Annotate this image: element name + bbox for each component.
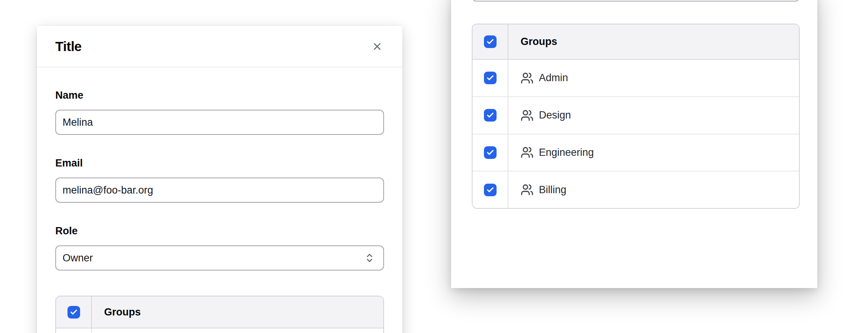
row-checkbox-cell — [473, 60, 508, 96]
check-icon — [486, 38, 494, 46]
row-checkbox-cell — [473, 97, 508, 134]
modal-header: Title — [37, 26, 402, 67]
clipped-field-edge — [472, 0, 800, 2]
groups-header-label: Groups — [508, 24, 799, 59]
users-icon — [521, 146, 534, 159]
select-all-checkbox[interactable] — [484, 35, 497, 48]
groups-header-label: Groups — [92, 296, 383, 328]
row-checkbox[interactable] — [484, 146, 497, 159]
chevrons-up-down-icon — [364, 253, 375, 263]
users-icon — [521, 72, 534, 85]
role-select-value: Owner — [63, 252, 93, 264]
row-checkbox-cell — [56, 328, 92, 333]
x-icon — [371, 41, 383, 52]
row-label-cell: Admin — [508, 60, 799, 96]
row-checkbox[interactable] — [484, 184, 497, 196]
close-button[interactable] — [369, 38, 386, 55]
panel-groups-table-header: Groups — [473, 24, 799, 60]
group-row-admin: Admin — [473, 60, 799, 96]
header-checkbox-cell — [473, 24, 508, 59]
select-all-checkbox[interactable] — [68, 306, 80, 319]
group-name: Design — [539, 109, 571, 121]
email-label: Email — [55, 157, 384, 169]
group-row-engineering: Engineering — [473, 134, 799, 171]
row-label-cell: Billing — [508, 171, 799, 208]
group-row-design: Design — [473, 96, 799, 134]
header-checkbox-cell — [56, 296, 92, 328]
modal-title: Title — [55, 39, 82, 54]
users-icon — [521, 109, 534, 122]
modal-groups-table-header: Groups — [56, 296, 383, 328]
name-input[interactable] — [55, 110, 384, 135]
group-row-billing: Billing — [473, 171, 799, 208]
role-label: Role — [55, 225, 384, 237]
modal-body: Name Email Role Owner — [37, 89, 402, 333]
row-label-cell — [92, 328, 383, 333]
group-name: Admin — [539, 72, 568, 84]
check-icon — [486, 111, 494, 119]
row-checkbox-cell — [473, 134, 508, 171]
group-name: Billing — [539, 184, 566, 196]
groups-panel: Groups Admin — [451, 0, 817, 288]
role-select[interactable]: Owner — [55, 245, 384, 271]
check-icon — [70, 308, 78, 316]
row-checkbox-cell — [473, 171, 508, 208]
email-input[interactable] — [55, 178, 384, 203]
modal-groups-table: Groups — [55, 296, 384, 333]
check-icon — [486, 149, 494, 157]
row-label-cell: Engineering — [508, 134, 799, 171]
name-label: Name — [55, 89, 384, 101]
clipped-table-row — [56, 328, 383, 333]
row-checkbox[interactable] — [484, 109, 497, 122]
panel-groups-table: Groups Admin — [472, 24, 800, 209]
group-name: Engineering — [539, 147, 594, 158]
page-background: Title Name Email Role Owner — [0, 0, 868, 333]
row-checkbox[interactable] — [484, 72, 497, 84]
user-edit-modal: Title Name Email Role Owner — [37, 26, 402, 333]
row-label-cell: Design — [508, 97, 799, 134]
users-icon — [521, 183, 534, 196]
check-icon — [486, 186, 494, 194]
check-icon — [486, 74, 494, 82]
